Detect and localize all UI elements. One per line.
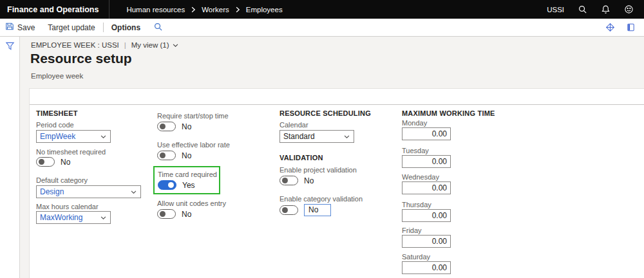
max-hours-calendar-label: Max hours calendar — [36, 203, 99, 210]
require-start-stop-label: Require start/stop time — [157, 112, 229, 120]
content-card: TIMESHEET Period code EmpWeek No timeshe… — [29, 88, 644, 278]
no-timesheet-required-toggle[interactable] — [36, 157, 55, 167]
period-code-select[interactable]: EmpWeek — [36, 130, 111, 143]
toolbar-search-button[interactable] — [147, 19, 169, 36]
filter-icon[interactable] — [5, 41, 15, 53]
monday-input[interactable] — [402, 127, 451, 140]
enable-category-validation-label: Enable category validation — [279, 195, 363, 203]
save-button[interactable]: Save — [0, 19, 41, 36]
saturday-input[interactable] — [402, 261, 451, 274]
section-header-resource-scheduling: RESOURCE SCHEDULING — [279, 109, 371, 117]
target-update-label: Target update — [48, 23, 95, 32]
require-start-stop-field: No — [157, 122, 191, 131]
period-code-value: EmpWeek — [40, 132, 100, 141]
chevron-down-icon — [100, 133, 107, 140]
calendar-select[interactable]: Standard — [279, 130, 354, 143]
save-label: Save — [17, 23, 35, 32]
time-card-required-value: Yes — [182, 181, 195, 190]
period-code-label: Period code — [36, 121, 74, 129]
breadcrumb: Human resources Workers Employees — [126, 5, 282, 14]
wednesday-input[interactable] — [402, 181, 451, 194]
time-card-required-field: Yes — [158, 180, 195, 190]
section-header-timesheet: TIMESHEET — [36, 109, 78, 117]
search-icon[interactable] — [578, 5, 587, 14]
section-header-validation: VALIDATION — [279, 154, 323, 162]
friday-input[interactable] — [402, 235, 451, 248]
chevron-right-icon — [189, 6, 197, 14]
book-panel-icon[interactable] — [626, 23, 636, 32]
options-menu[interactable]: Options — [105, 19, 147, 36]
use-effective-labor-rate-label: Use effective labor rate — [157, 141, 230, 149]
chevron-down-icon — [130, 189, 137, 196]
view-picker[interactable]: My view (1) — [131, 41, 179, 49]
calendar-value: Standard — [283, 132, 343, 141]
action-toolbar: Save Target update Options — [0, 19, 644, 37]
diamond-icon[interactable] — [605, 23, 615, 32]
view-label: My view (1) — [131, 41, 169, 49]
chevron-right-icon — [234, 6, 242, 14]
chevron-down-icon — [172, 42, 179, 49]
section-header-max-working-time: MAXIMUM WORKING TIME — [402, 109, 495, 117]
smiley-icon[interactable] — [624, 5, 634, 14]
enable-category-validation-toggle[interactable] — [279, 205, 298, 215]
calendar-label: Calendar — [279, 121, 308, 129]
thursday-label: Thursday — [402, 201, 431, 208]
time-card-required-toggle[interactable] — [158, 180, 176, 190]
max-hours-calendar-select[interactable]: MaxWorking — [36, 211, 111, 224]
tuesday-label: Tuesday — [402, 147, 429, 154]
enable-category-validation-value[interactable]: No — [304, 204, 331, 216]
card-top-strip — [30, 89, 644, 105]
use-effective-labor-rate-field: No — [157, 151, 191, 160]
require-start-stop-value: No — [182, 122, 191, 131]
bell-icon[interactable] — [601, 5, 611, 14]
no-timesheet-required-label: No timesheet required — [36, 148, 106, 156]
appbar-divider — [109, 0, 109, 19]
caption-separator: | — [124, 41, 126, 49]
thursday-input[interactable] — [402, 209, 451, 222]
enable-category-validation-field: No — [279, 204, 331, 216]
tuesday-input[interactable] — [402, 155, 451, 168]
friday-label: Friday — [402, 227, 422, 234]
app-bar: Finance and Operations Human resources W… — [0, 0, 644, 19]
page-title: Resource setup — [30, 51, 132, 66]
require-start-stop-toggle[interactable] — [157, 122, 176, 131]
page-subtitle: Employee week — [31, 72, 83, 80]
breadcrumb-human-resources[interactable]: Human resources — [126, 6, 185, 14]
use-effective-labor-rate-toggle[interactable] — [157, 151, 176, 160]
allow-unit-codes-field: No — [157, 209, 191, 219]
enable-project-validation-value: No — [304, 176, 314, 185]
monday-label: Monday — [402, 119, 427, 127]
toolbar-divider — [103, 23, 104, 32]
record-caption: EMPLOYEE WEEK : USSI — [31, 41, 119, 49]
no-timesheet-required-value: No — [61, 158, 70, 167]
appbar-right: USSI — [547, 5, 644, 14]
allow-unit-codes-label: Allow unit codes entry — [157, 199, 226, 207]
chevron-down-icon — [100, 214, 107, 221]
save-icon — [5, 22, 14, 33]
use-effective-labor-rate-value: No — [182, 151, 191, 160]
max-hours-calendar-value: MaxWorking — [40, 213, 100, 222]
enable-project-validation-label: Enable project validation — [279, 166, 357, 174]
options-label: Options — [111, 23, 140, 32]
wednesday-label: Wednesday — [402, 173, 439, 181]
app-name[interactable]: Finance and Operations — [0, 0, 109, 19]
chevron-down-icon — [343, 133, 350, 140]
environment-label: USSI — [547, 6, 564, 14]
time-card-required-label: Time card required — [158, 171, 217, 178]
page-caption-row: EMPLOYEE WEEK : USSI | My view (1) — [31, 41, 179, 49]
default-category-label: Default category — [36, 176, 88, 184]
left-rail — [0, 37, 20, 278]
enable-project-validation-field: No — [279, 176, 314, 185]
saturday-label: Saturday — [402, 253, 430, 261]
allow-unit-codes-value: No — [182, 210, 191, 219]
default-category-value: Design — [40, 187, 130, 196]
toolbar-right — [605, 23, 644, 32]
search-icon — [153, 22, 163, 33]
enable-project-validation-toggle[interactable] — [279, 176, 298, 185]
breadcrumb-employees[interactable]: Employees — [246, 6, 283, 14]
no-timesheet-required-field: No — [36, 157, 70, 167]
target-update-button[interactable]: Target update — [41, 19, 101, 36]
breadcrumb-workers[interactable]: Workers — [202, 6, 229, 14]
default-category-select[interactable]: Design — [36, 185, 141, 198]
allow-unit-codes-toggle[interactable] — [157, 209, 176, 219]
